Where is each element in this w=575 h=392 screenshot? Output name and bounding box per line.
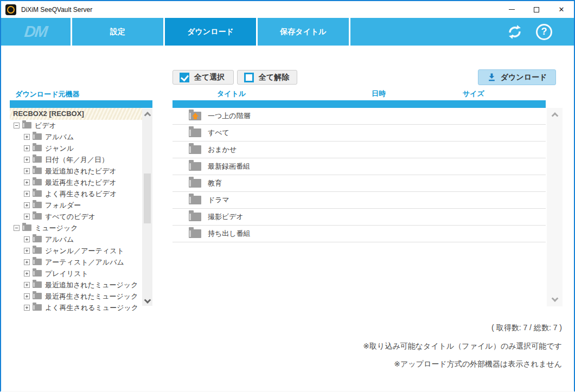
folder-icon [189,196,201,204]
column-header-datetime[interactable]: 日時 [372,89,386,99]
folder-icon [33,247,42,254]
select-all-button[interactable]: 全て選択 [173,70,234,85]
tree-item[interactable]: 最近再生されたビデオ [10,177,142,188]
expand-icon[interactable] [24,248,30,254]
folder-icon [33,213,42,220]
download-button[interactable]: ダウンロード [478,69,556,85]
table-row[interactable]: 最新録画番組 [173,158,546,175]
column-header-title[interactable]: タイトル [217,89,246,99]
tree-item[interactable]: すべてのビデオ [10,211,142,222]
tree-item-label: よく再生されるビデオ [45,189,117,199]
expand-icon[interactable] [24,145,30,151]
up-arrow-icon [192,113,199,117]
tree-item[interactable]: 最近再生されたミュージック [10,291,142,302]
expand-icon[interactable] [24,282,30,288]
refresh-icon[interactable] [506,23,524,41]
expand-icon[interactable] [24,271,30,277]
close-button[interactable]: ✕ [549,1,574,18]
tree-item[interactable]: アルバム [10,131,142,143]
expand-icon[interactable] [24,236,30,242]
folder-icon [33,270,42,277]
tree-item[interactable]: ビデオ [10,120,142,131]
scroll-up-icon[interactable] [551,112,558,119]
sidebar-section-label: ダウンロード元機器 [15,89,80,99]
row-title: 教育 [208,178,222,188]
expand-icon[interactable] [24,157,30,163]
list-scrollbar[interactable] [547,108,563,306]
expand-icon[interactable] [24,259,30,265]
expand-icon[interactable] [24,134,30,140]
table-row[interactable]: すべて [173,125,546,142]
tree-item[interactable]: ミュージック [10,222,142,234]
tree-item[interactable]: よく再生されるビデオ [10,188,142,200]
folder-icon [33,259,42,265]
scroll-down-icon[interactable] [551,295,558,302]
tree-item-label: プレイリスト [45,269,88,279]
tree-item[interactable]: 最近追加されたビデオ [10,165,142,177]
maximize-icon [534,7,539,12]
deselect-all-button[interactable]: 全て解除 [237,70,297,85]
expand-icon[interactable] [24,202,30,208]
tree-item[interactable]: ジャンル [10,143,142,154]
table-row[interactable]: 一つ上の階層 [173,108,546,125]
scroll-up-icon[interactable] [144,112,151,119]
table-row[interactable]: 撮影ビデオ [173,209,546,226]
table-header-strip [173,100,546,108]
tree-item-label: すべてのビデオ [45,212,95,222]
device-item-selected[interactable]: RECBOX2 [RECBOX] [10,108,142,120]
tree-item[interactable]: よく再生されるミュージック [10,302,142,311]
tree-item-label: 最近追加されたミュージック [45,280,138,290]
folder-icon [189,229,201,238]
scrollbar-thumb[interactable] [144,173,151,223]
tree-item[interactable]: 最近追加されたミュージック [10,279,142,291]
tree-item-label: アルバム [45,132,74,142]
folder-up-icon [189,112,201,120]
tree-item-label: ジャンル [45,144,74,153]
tree-item[interactable]: フォルダー [10,200,142,211]
minimize-icon [509,9,515,10]
title-list: 一つ上の階層すべておまかせ最新録画番組教育ドラマ撮影ビデオ持ち出し番組 [173,108,546,242]
folder-icon [189,179,201,188]
tree-item-label: 最近追加されたビデオ [45,166,117,176]
device-tree-panel: RECBOX2 [RECBOX] ビデオアルバムジャンル日付（年／月／日）最近追… [10,108,152,311]
row-title: ドラマ [208,195,229,205]
expand-icon[interactable] [24,191,30,197]
table-row[interactable]: 持ち出し番組 [173,226,546,242]
tree-item[interactable]: アーティスト／アルバム [10,256,142,268]
collapse-icon[interactable] [14,225,20,231]
row-title: すべて [208,128,229,138]
tree-item[interactable]: プレイリスト [10,268,142,279]
expand-icon[interactable] [24,293,30,299]
select-all-label: 全て選択 [194,73,225,82]
expand-icon[interactable] [24,305,30,311]
collapse-icon[interactable] [14,123,20,128]
tree-item[interactable]: 日付（年／月／日） [10,154,142,165]
column-header-size[interactable]: サイズ [463,89,484,99]
table-row[interactable]: おまかせ [173,142,546,158]
expand-icon[interactable] [24,214,30,220]
folder-icon [189,145,201,154]
tree-item[interactable]: アルバム [10,234,142,245]
tab-saved-titles[interactable]: 保存タイトル [258,18,349,46]
row-title: 最新録画番組 [208,162,250,171]
expand-icon[interactable] [24,168,30,174]
minimize-button[interactable] [499,1,524,18]
help-icon[interactable]: ? [536,24,552,40]
scroll-down-icon[interactable] [144,297,151,304]
tab-settings[interactable]: 設定 [72,18,163,46]
row-title: 持ち出し番組 [208,229,251,239]
sidebar-scrollbar[interactable] [142,108,152,306]
tree-item-label: アーティスト／アルバム [45,258,124,267]
deselect-all-label: 全て解除 [259,73,289,82]
tree-item-label: アルバム [45,235,74,245]
maximize-button[interactable] [524,1,549,18]
folder-icon [33,293,42,299]
expand-icon[interactable] [24,179,30,185]
tree-item[interactable]: ジャンル／アーティスト [10,245,142,256]
folder-icon [189,213,201,221]
table-row[interactable]: ドラマ [173,192,546,209]
table-row[interactable]: 教育 [173,175,546,192]
tab-download[interactable]: ダウンロード [165,18,256,46]
folder-icon [189,162,201,171]
folder-icon [189,128,201,137]
